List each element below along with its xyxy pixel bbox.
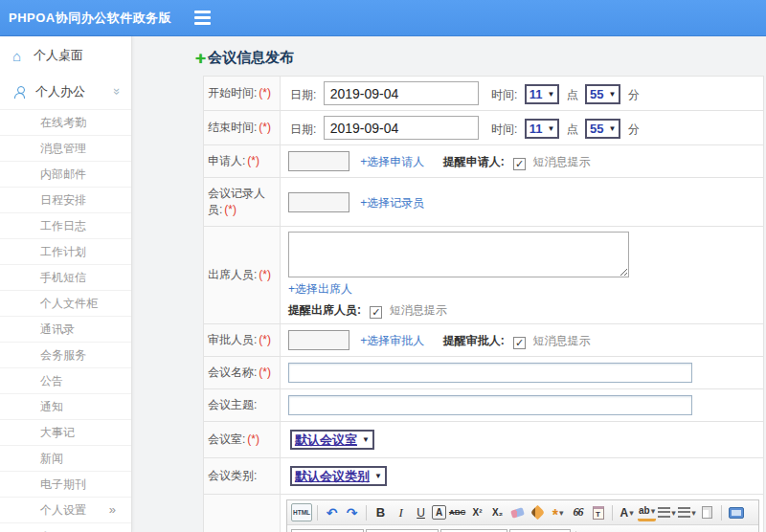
main-content: + 会议信息发布 开始时间:(*) 日期: 时间: 11 点 55 分 结束时间… bbox=[132, 36, 766, 532]
sidebar-item-settings[interactable]: 个人设置 » bbox=[0, 497, 131, 522]
required-mark: (*) bbox=[259, 121, 271, 134]
italic-icon[interactable]: I bbox=[392, 503, 410, 521]
meeting-form: 开始时间:(*) 日期: 时间: 11 点 55 分 结束时间:(*) 日期: … bbox=[203, 76, 764, 532]
font-color-icon[interactable]: A bbox=[618, 503, 636, 521]
row-meeting-topic: 会议主题: bbox=[204, 389, 764, 422]
select-attendees-link[interactable]: +选择出席人 bbox=[288, 282, 352, 296]
select-applicant-link[interactable]: +选择申请人 bbox=[360, 155, 424, 168]
sidebar-item-announcement[interactable]: 公告 bbox=[0, 367, 131, 393]
row-editor: HTML ↶ ↷ B I U A ABC X² X₂ bbox=[204, 495, 764, 532]
home-icon: ⌂ bbox=[12, 48, 30, 64]
sidebar-item-e-journal[interactable]: 电子期刊 bbox=[0, 471, 131, 497]
recorder-input[interactable] bbox=[288, 192, 349, 212]
required-mark: (*) bbox=[247, 154, 259, 167]
toolbar-separator bbox=[317, 505, 318, 521]
sidebar-item-desktop[interactable]: ⌂ 个人桌面 bbox=[0, 36, 131, 73]
row-meeting-room: 会议室:(*) 默认会议室 bbox=[204, 422, 764, 458]
row-approver: 审批人员:(*) +选择审批人 提醒审批人: ✓ 短消息提示 bbox=[204, 324, 764, 357]
meeting-topic-input[interactable] bbox=[288, 395, 692, 415]
start-date-input[interactable] bbox=[324, 81, 479, 105]
row-applicant: 申请人:(*) +选择申请人 提醒申请人: ✓ 短消息提示 bbox=[204, 145, 764, 178]
html-source-icon[interactable]: HTML bbox=[291, 503, 312, 521]
sidebar-item-office[interactable]: 个人办公 » bbox=[0, 73, 131, 109]
sidebar-item-news[interactable]: 新闻 bbox=[0, 445, 131, 471]
end-date-input[interactable] bbox=[324, 116, 479, 140]
undo-icon[interactable]: ↶ bbox=[323, 503, 341, 521]
required-mark: (*) bbox=[224, 203, 237, 216]
sidebar-item-supervision[interactable]: ⇄ 督查督办 » bbox=[0, 522, 131, 532]
sidebar-item-work-plan[interactable]: 工作计划 bbox=[0, 238, 131, 264]
end-hour-select[interactable]: 11 bbox=[525, 119, 560, 139]
row-end-time: 结束时间:(*) 日期: 时间: 11 点 55 分 bbox=[204, 111, 764, 145]
add-icon: + bbox=[195, 52, 206, 65]
start-minute-select[interactable]: 55 bbox=[585, 84, 620, 104]
start-hour-select[interactable]: 11 bbox=[525, 84, 560, 104]
sidebar-item-attendance[interactable]: 在线考勤 bbox=[0, 109, 131, 135]
highlight-color-icon[interactable]: ab bbox=[638, 503, 656, 521]
attendees-sms-checkbox[interactable]: ✓ bbox=[370, 306, 382, 319]
approver-sms-checkbox[interactable]: ✓ bbox=[513, 337, 526, 349]
meeting-name-input[interactable] bbox=[288, 363, 692, 383]
sidebar-item-meeting-service[interactable]: 会务服务 bbox=[0, 342, 131, 367]
format-brush-icon[interactable] bbox=[529, 503, 547, 521]
sidebar-item-notice[interactable]: 通知 bbox=[0, 393, 131, 419]
sidebar-item-internal-mail[interactable]: 内部邮件 bbox=[0, 161, 131, 187]
meeting-room-select[interactable]: 默认会议室 bbox=[290, 430, 374, 450]
menu-toggle-icon[interactable] bbox=[194, 11, 211, 25]
font-border-icon[interactable]: A bbox=[432, 505, 446, 520]
end-minute-select[interactable]: 55 bbox=[585, 119, 620, 139]
row-recorder: 会议记录人员:(*) +选择记录员 bbox=[204, 178, 764, 227]
chevron-double-down-icon: » bbox=[110, 87, 124, 96]
chevron-right-icon: » bbox=[109, 498, 131, 522]
new-document-icon[interactable] bbox=[698, 503, 716, 521]
blockquote-icon[interactable]: 66 bbox=[569, 503, 587, 521]
row-meeting-category: 会议类别: 默认会议类别 bbox=[204, 458, 764, 495]
sidebar-item-file-cabinet[interactable]: 个人文件柜 bbox=[0, 290, 131, 316]
superscript-icon[interactable]: X² bbox=[468, 503, 486, 521]
sidebar-item-contacts[interactable]: 通讯录 bbox=[0, 316, 131, 342]
page-title: 会议信息发布 bbox=[208, 49, 294, 67]
underline-icon[interactable]: U bbox=[412, 503, 430, 521]
required-mark: (*) bbox=[259, 333, 271, 346]
applicant-sms-checkbox[interactable]: ✓ bbox=[513, 158, 526, 170]
required-mark: (*) bbox=[259, 268, 271, 281]
strikethrough-icon[interactable]: ABC bbox=[448, 503, 466, 521]
redo-icon[interactable]: ↷ bbox=[343, 503, 361, 521]
auto-format-icon[interactable]: * bbox=[549, 503, 567, 521]
approver-input[interactable] bbox=[288, 330, 349, 350]
sidebar-item-schedule[interactable]: 日程安排 bbox=[0, 187, 131, 212]
eraser-icon[interactable] bbox=[508, 503, 527, 521]
sidebar-item-label: 个人办公 bbox=[35, 83, 85, 100]
sidebar-item-messages[interactable]: 消息管理 bbox=[0, 135, 131, 161]
top-header: PHPOA协同办公软件政务版 bbox=[0, 0, 766, 36]
bold-icon[interactable]: B bbox=[372, 503, 390, 521]
row-start-time: 开始时间:(*) 日期: 时间: 11 点 55 分 bbox=[204, 77, 764, 111]
meeting-category-select[interactable]: 默认会议类别 bbox=[290, 466, 387, 486]
applicant-input[interactable] bbox=[288, 151, 349, 171]
row-meeting-name: 会议名称:(*) bbox=[204, 357, 764, 389]
rich-text-editor: HTML ↶ ↷ B I U A ABC X² X₂ bbox=[286, 499, 759, 532]
app-title: PHPOA协同办公软件政务版 bbox=[0, 10, 171, 27]
required-mark: (*) bbox=[247, 432, 259, 446]
row-attendees: 出席人员:(*) +选择出席人 提醒出席人员: ✓ 短消息提示 bbox=[204, 227, 764, 324]
select-recorder-link[interactable]: +选择记录员 bbox=[360, 196, 424, 210]
person-icon bbox=[14, 86, 26, 99]
subscript-icon[interactable]: X₂ bbox=[488, 503, 507, 521]
sidebar-item-work-log[interactable]: 工作日志 bbox=[0, 212, 131, 238]
sidebar-item-events[interactable]: 大事记 bbox=[0, 419, 131, 445]
toolbar-separator bbox=[721, 505, 722, 521]
sidebar: ⌂ 个人桌面 个人办公 » 在线考勤 消息管理 内部邮件 日程安排 工作日志 工… bbox=[0, 36, 132, 532]
attendees-textarea[interactable] bbox=[288, 232, 629, 277]
ordered-list-icon[interactable] bbox=[658, 503, 676, 521]
toolbar-separator bbox=[366, 505, 367, 521]
sidebar-item-sms[interactable]: 手机短信 bbox=[0, 264, 131, 290]
fullscreen-icon[interactable] bbox=[727, 503, 745, 521]
required-mark: (*) bbox=[259, 366, 271, 379]
paste-text-icon[interactable]: T bbox=[589, 503, 607, 521]
required-mark: (*) bbox=[259, 86, 271, 100]
sidebar-item-label: 个人桌面 bbox=[34, 47, 83, 64]
unordered-list-icon[interactable] bbox=[678, 503, 696, 521]
select-approver-link[interactable]: +选择审批人 bbox=[360, 334, 424, 347]
toolbar-separator bbox=[612, 505, 613, 521]
